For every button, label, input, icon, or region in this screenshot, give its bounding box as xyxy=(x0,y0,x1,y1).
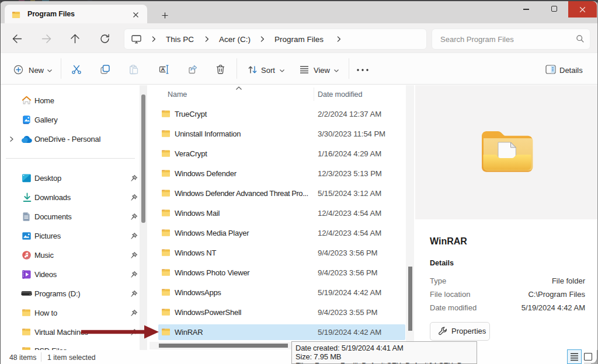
svg-text:A: A xyxy=(161,66,165,72)
